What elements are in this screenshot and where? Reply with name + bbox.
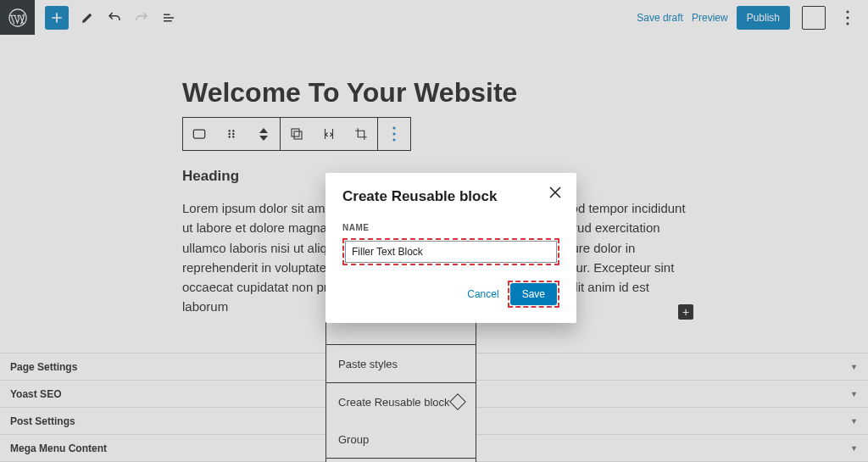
add-block-button[interactable] [45, 6, 69, 30]
create-reusable-modal: Create Reusable block NAME Cancel Save [326, 173, 576, 323]
block-type-icon[interactable] [183, 118, 215, 150]
edit-mode-icon[interactable] [74, 4, 101, 31]
undo-icon[interactable] [101, 4, 128, 31]
cancel-button[interactable]: Cancel [467, 288, 498, 300]
close-icon[interactable] [548, 185, 563, 200]
block-toolbar [182, 117, 411, 151]
save-button-highlight: Save [508, 281, 559, 308]
svg-point-9 [229, 136, 231, 137]
preview-link[interactable]: Preview [692, 12, 728, 24]
svg-point-1 [847, 10, 849, 13]
svg-point-13 [393, 127, 396, 130]
svg-point-8 [232, 133, 234, 135]
name-input-highlight [342, 238, 559, 265]
name-label: NAME [342, 223, 369, 232]
modal-title: Create Reusable block [342, 188, 559, 205]
redo-icon [128, 4, 155, 31]
block-more-icon[interactable] [378, 118, 410, 150]
svg-point-5 [229, 130, 231, 131]
save-button[interactable]: Save [510, 283, 557, 305]
document-outline-icon[interactable] [155, 4, 182, 31]
reusable-icon [449, 393, 466, 410]
chevron-down-icon: ▼ [850, 363, 858, 371]
drag-handle-icon[interactable] [215, 118, 248, 150]
menu-paste-styles[interactable]: Paste styles [326, 344, 476, 382]
menu-remove-blocks[interactable]: Remove blocks ^⌥Z [326, 458, 476, 462]
wordpress-logo[interactable] [0, 0, 35, 35]
svg-point-3 [847, 22, 849, 25]
chevron-down-icon: ▼ [850, 444, 858, 453]
page-title[interactable]: Welcome To Your Website [182, 77, 690, 109]
crop-icon[interactable] [345, 118, 377, 150]
more-options-icon[interactable] [834, 4, 861, 31]
svg-point-14 [393, 133, 396, 136]
publish-button[interactable]: Publish [737, 6, 790, 30]
menu-group[interactable]: Group [326, 420, 476, 458]
add-block-inline-button[interactable]: + [678, 304, 693, 320]
svg-rect-12 [294, 131, 302, 139]
svg-point-15 [393, 139, 396, 142]
name-input[interactable] [345, 241, 557, 263]
menu-create-reusable[interactable]: Create Reusable block [326, 382, 476, 420]
svg-point-6 [232, 130, 234, 131]
svg-rect-4 [193, 130, 204, 138]
settings-panel-toggle[interactable] [802, 6, 826, 30]
svg-point-10 [232, 136, 234, 137]
svg-point-7 [229, 133, 231, 135]
chevron-down-icon: ▼ [850, 417, 858, 426]
save-draft-link[interactable]: Save draft [637, 12, 683, 24]
chevron-down-icon: ▼ [850, 390, 858, 398]
duplicate-icon[interactable] [281, 118, 313, 150]
svg-rect-11 [292, 129, 299, 136]
svg-point-2 [847, 16, 849, 19]
transform-icon[interactable] [313, 118, 345, 150]
move-up-down-icon[interactable] [248, 118, 280, 150]
